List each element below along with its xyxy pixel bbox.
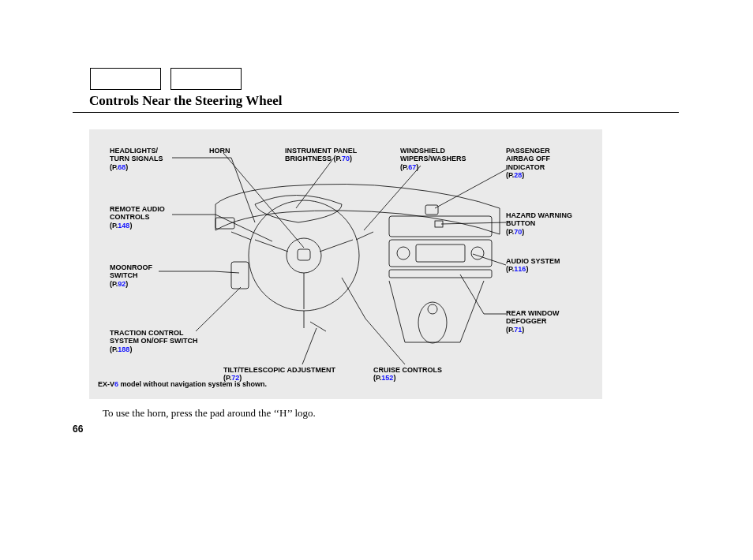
callout-passenger-airbag: PASSENGER AIRBAG OFF INDICATOR (P.28) (506, 147, 550, 179)
header-box-1 (90, 68, 161, 90)
svg-point-10 (428, 304, 437, 314)
dashboard-drawing (215, 184, 500, 343)
diagram-panel: HEADLIGHTS/ TURN SIGNALS (P.68) REMOTE A… (89, 129, 602, 399)
callout-remote-audio: REMOTE AUDIO CONTROLS (P.148) (110, 205, 165, 230)
leader-lines (159, 153, 508, 364)
svg-point-9 (418, 302, 447, 343)
svg-rect-8 (389, 270, 492, 278)
svg-point-5 (397, 247, 410, 259)
callout-traction: TRACTION CONTROL SYSTEM ON/OFF SWITCH (P… (110, 329, 198, 353)
svg-rect-7 (416, 245, 465, 262)
page-ref-link[interactable]: 70 (514, 228, 522, 236)
header-blank-boxes (90, 68, 242, 90)
page-ref-link[interactable]: 67 (408, 163, 416, 171)
page-ref-link[interactable]: 71 (514, 326, 522, 334)
page-ref-link[interactable]: 68 (118, 163, 126, 171)
callout-moonroof: MOONROOF SWITCH (P.92) (110, 263, 152, 288)
svg-point-1 (287, 238, 321, 273)
callout-windshield: WINDSHIELD WIPERS/WASHERS (P.67) (400, 147, 466, 171)
page-ref-link[interactable]: 70 (342, 155, 350, 162)
manual-page: Controls Near the Steering Wheel (0, 0, 753, 560)
callout-cruise: CRUISE CONTROLS (P.152) (373, 366, 442, 383)
callout-horn: HORN (209, 147, 230, 155)
page-title: Controls Near the Steering Wheel (89, 93, 283, 112)
callout-hazard: HAZARD WARNING BUTTON (P.70) (506, 211, 572, 236)
callout-instrument-brightness: INSTRUMENT PANEL BRIGHTNESS (P.70) (285, 147, 357, 163)
page-ref-link[interactable]: 92 (118, 280, 126, 288)
page-ref-link[interactable]: 28 (514, 171, 522, 179)
svg-point-6 (471, 247, 484, 259)
svg-rect-2 (298, 249, 310, 260)
svg-rect-13 (425, 205, 438, 215)
callout-headlights: HEADLIGHTS/ TURN SIGNALS (P.68) (110, 147, 163, 171)
diagram-footnote: EX-V6 model without navigation system is… (98, 380, 267, 388)
body-text: To use the horn, press the pad around th… (103, 407, 316, 420)
svg-rect-4 (389, 240, 492, 267)
svg-rect-11 (231, 262, 249, 289)
page-ref-link[interactable]: 148 (118, 222, 129, 230)
header-box-2 (170, 68, 242, 90)
page-ref-link[interactable]: 152 (381, 374, 393, 382)
page-number: 66 (73, 424, 83, 435)
page-ref-link[interactable]: 116 (514, 265, 526, 273)
callout-audio: AUDIO SYSTEM (P.116) (506, 257, 560, 274)
callout-rear-defog: REAR WINDOW DEFOGGER (P.71) (506, 309, 560, 334)
page-ref-link[interactable]: 188 (118, 345, 129, 353)
title-underline (73, 112, 679, 113)
